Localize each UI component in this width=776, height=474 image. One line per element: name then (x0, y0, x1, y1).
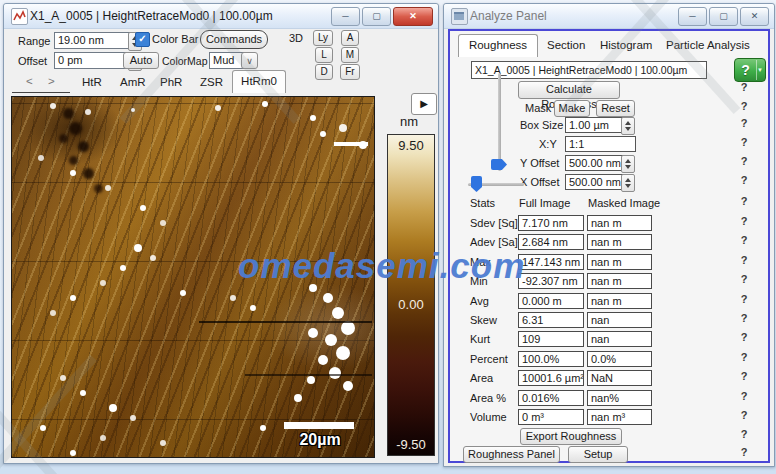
help-icon[interactable]: ? (737, 136, 751, 148)
stat-masked-field[interactable]: nan% (587, 390, 652, 406)
viewer-titlebar[interactable]: X1_A_0005 | HeightRetraceMod0 | 100.00µm… (4, 4, 438, 29)
stat-masked-field[interactable]: nan m (587, 234, 652, 250)
minimize-icon[interactable]: ─ (331, 7, 360, 26)
tab-particle-analysis[interactable]: Particle Analysis (666, 39, 750, 51)
play-button[interactable]: ▶ (411, 93, 437, 115)
help-icon[interactable]: ? (737, 174, 751, 186)
stat-masked-field[interactable]: nan m (587, 215, 652, 231)
a-button[interactable]: A (341, 30, 359, 46)
stat-masked-field[interactable]: nan m (587, 273, 652, 289)
l-button[interactable]: L (315, 47, 333, 63)
calculate-roughness-button[interactable]: Calculate Roughness (518, 81, 620, 99)
help-icon[interactable]: ? (737, 370, 751, 382)
stat-label: Min (470, 275, 488, 287)
y-offset-stepper[interactable] (621, 155, 635, 173)
help-icon[interactable]: ? (737, 100, 751, 112)
reset-button[interactable]: Reset (596, 100, 635, 117)
help-menu-button[interactable]: ? ▼ (734, 58, 766, 82)
tab-amr[interactable]: AmR (120, 76, 146, 88)
help-icon[interactable]: ? (737, 273, 751, 285)
maximize-icon[interactable]: ▢ (709, 7, 738, 26)
tab-section[interactable]: Section (547, 39, 585, 51)
help-icon[interactable]: ? (737, 254, 751, 266)
stat-full-field[interactable]: 100.0% (518, 351, 584, 367)
stat-label: Adev [Sa] (470, 236, 518, 248)
tab-htrm0-active[interactable]: HtRm0 (232, 70, 286, 93)
auto-button[interactable]: Auto (123, 52, 159, 69)
setup-button[interactable]: Setup (568, 446, 628, 463)
colormap-select[interactable]: Mud (209, 52, 245, 69)
help-icon[interactable]: ? (737, 293, 751, 305)
m-button[interactable]: M (341, 47, 359, 63)
help-icon[interactable]: ? (737, 215, 751, 227)
help-icon[interactable]: ? (737, 117, 751, 129)
y-offset-slider-track[interactable] (498, 73, 501, 171)
stat-masked-field[interactable]: nan m (587, 293, 652, 309)
y-offset-slider-thumb[interactable] (491, 159, 507, 170)
stat-masked-field[interactable]: nan (587, 331, 652, 347)
stat-masked-field[interactable]: nan (587, 312, 652, 328)
stat-full-field[interactable]: 147.143 nm (518, 254, 584, 270)
stat-masked-field[interactable]: NaN (587, 370, 652, 386)
stat-masked-field[interactable]: nan m (587, 254, 652, 270)
tab-phr[interactable]: PhR (160, 76, 182, 88)
commands-dropdown[interactable]: Commands ▼ (200, 30, 268, 49)
help-icon[interactable]: ? (737, 81, 751, 93)
x-offset-slider-thumb[interactable] (471, 176, 482, 192)
close-icon[interactable]: ✕ (393, 7, 433, 26)
export-roughness-button[interactable]: Export Roughness (520, 428, 622, 445)
help-icon[interactable]: ? (737, 446, 751, 458)
3d-label[interactable]: 3D (289, 32, 303, 44)
next-channel-button[interactable]: > (48, 75, 55, 87)
analyze-titlebar[interactable]: Analyze Panel ─ ▢ ✕ (444, 4, 774, 29)
colormap-chevron[interactable]: ∨ (241, 52, 258, 69)
help-icon[interactable]: ? (737, 351, 751, 363)
full-image-header: Full Image (519, 197, 570, 209)
stat-full-field[interactable]: 6.31 (518, 312, 584, 328)
help-icon[interactable]: ? (737, 390, 751, 402)
help-icon[interactable]: ? (737, 234, 751, 246)
stat-full-field[interactable]: 0.016% (518, 390, 584, 406)
make-button[interactable]: Make (554, 100, 590, 117)
range-input[interactable]: 19.00 nm (54, 32, 132, 49)
x-offset-input[interactable]: 500.00 nm (565, 174, 625, 190)
tab-roughness[interactable]: Roughness (458, 34, 538, 57)
ly-button[interactable]: Ly (313, 30, 333, 46)
stat-label: Kurt (470, 333, 490, 345)
stat-full-field[interactable]: 10001.6 µm² (518, 370, 584, 386)
stat-masked-field[interactable]: 0.0% (587, 351, 652, 367)
offset-input[interactable]: 0 pm (54, 52, 132, 69)
d-button[interactable]: D (315, 64, 333, 80)
help-icon[interactable]: ? (737, 409, 751, 421)
stat-full-field[interactable]: 2.684 nm (518, 234, 584, 250)
x-offset-stepper[interactable] (621, 174, 635, 192)
help-icon[interactable]: ? (737, 331, 751, 343)
fr-button[interactable]: Fr (340, 64, 360, 80)
stat-masked-field[interactable]: nan m³ (587, 409, 652, 425)
box-size-input[interactable]: 1.00 µm (565, 117, 625, 133)
afm-image[interactable]: 20µm (11, 96, 375, 458)
stat-full-field[interactable]: -92.307 nm (518, 273, 584, 289)
stat-full-field[interactable]: 0.000 m (518, 293, 584, 309)
xy-input[interactable]: 1:1 (565, 136, 636, 152)
tab-htr[interactable]: HtR (82, 76, 102, 88)
help-icon[interactable]: ? (737, 195, 751, 207)
minimize-icon[interactable]: ─ (678, 7, 707, 26)
tab-zsr[interactable]: ZSR (200, 76, 223, 88)
stat-full-field[interactable]: 7.170 nm (518, 215, 584, 231)
color-bar-checkbox[interactable]: ✓ (135, 32, 150, 47)
tab-histogram[interactable]: Histogram (600, 39, 652, 51)
stat-full-field[interactable]: 0 m³ (518, 409, 584, 425)
roughness-panel-button[interactable]: Roughness Panel (463, 446, 560, 463)
source-field[interactable]: X1_A_0005 | HeightRetraceMod0 | 100.00µm (471, 61, 707, 79)
close-icon[interactable]: ✕ (740, 7, 769, 26)
help-icon[interactable]: ? (737, 312, 751, 324)
stat-full-field[interactable]: 109 (518, 331, 584, 347)
help-icon[interactable]: ? (737, 428, 751, 440)
stat-label: Volume (470, 411, 507, 423)
help-icon[interactable]: ? (737, 155, 751, 167)
box-size-stepper[interactable] (621, 117, 635, 135)
maximize-icon[interactable]: ▢ (362, 7, 391, 26)
y-offset-input[interactable]: 500.00 nm (565, 155, 625, 171)
prev-channel-button[interactable]: < (26, 75, 33, 87)
